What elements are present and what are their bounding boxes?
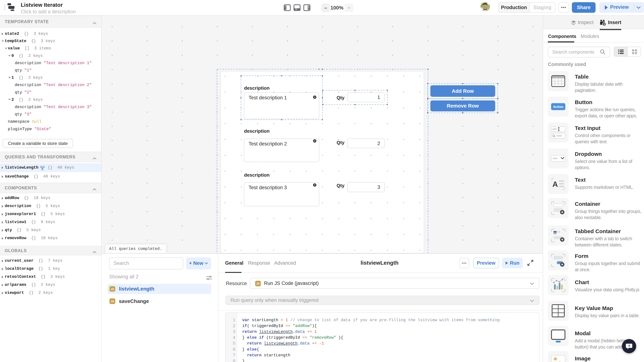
svg-text:A: A — [552, 180, 558, 188]
svg-text:?: ? — [628, 344, 630, 348]
svg-text:Action: Action — [553, 105, 563, 109]
